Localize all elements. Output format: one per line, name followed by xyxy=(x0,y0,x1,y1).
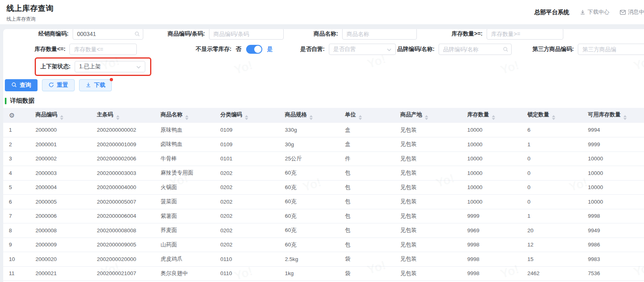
sort-carets-icon[interactable] xyxy=(623,115,627,120)
title-block: 线上库存查询 线上库存查询 xyxy=(6,3,54,23)
cell: 60克 xyxy=(285,209,345,223)
column-header[interactable]: 可用库存数量 xyxy=(588,108,644,123)
cell: 2000005 xyxy=(36,195,97,209)
sort-carets-icon[interactable] xyxy=(425,115,428,120)
cell: 0 xyxy=(527,152,588,166)
cell: 盒 xyxy=(345,123,400,137)
table-row: 620000052002000005007菠菜面020260克包见包装10000… xyxy=(3,195,644,209)
section-accent-bar xyxy=(5,98,6,104)
page-title: 线上库存查询 xyxy=(6,3,54,14)
cell: 2.5kg xyxy=(285,252,345,267)
cell: 2000002 xyxy=(36,152,97,166)
column-label: 单位 xyxy=(345,112,356,118)
column-header[interactable]: 单位 xyxy=(345,108,400,123)
sort-carets-icon[interactable] xyxy=(245,115,248,120)
product-name-input[interactable] xyxy=(342,29,417,40)
cell: 2000000 xyxy=(36,123,97,137)
cell: 0 xyxy=(527,166,588,181)
gear-icon[interactable]: ⚙ xyxy=(9,112,15,119)
column-label: 分类编码 xyxy=(220,112,242,118)
column-header[interactable]: 商品名称 xyxy=(161,108,220,123)
cell: 2002000004000 xyxy=(97,180,161,195)
sort-carets-icon[interactable] xyxy=(359,115,362,120)
column-label: 商品编码 xyxy=(36,112,57,118)
table-row: 1120000212002000021007奥尔良翅中01101kg袋见包装99… xyxy=(3,266,644,281)
chevron-down-icon xyxy=(387,46,391,53)
download-center-link[interactable]: 下载中心 xyxy=(580,8,609,16)
cell: 原味鸭血 xyxy=(161,123,220,137)
search-icon[interactable] xyxy=(134,31,140,38)
stock-gte-input[interactable] xyxy=(487,29,563,40)
column-header[interactable]: 主条码 xyxy=(97,108,161,123)
third-party-code-input[interactable] xyxy=(578,44,644,55)
cell: 包 xyxy=(345,166,400,181)
toggle-on-label: 是 xyxy=(267,46,273,53)
reset-button[interactable]: 重置 xyxy=(42,79,75,91)
cell: 9994 xyxy=(588,123,644,137)
notification-dot-badge xyxy=(110,78,113,81)
cell: 牛骨棒 xyxy=(161,152,220,166)
stock-lte-input[interactable] xyxy=(69,44,136,55)
cell: 见包装 xyxy=(400,137,467,152)
column-label: 商品产地 xyxy=(400,112,422,118)
cell: 2000001 xyxy=(36,137,97,152)
column-settings-header: ⚙ xyxy=(3,108,36,123)
cell: 0202 xyxy=(220,238,285,252)
row-index-cell: 7 xyxy=(3,209,36,223)
column-header[interactable]: 商品产地 xyxy=(400,108,467,123)
search-icon[interactable] xyxy=(503,46,508,54)
sort-carets-icon[interactable] xyxy=(60,115,63,120)
search-button[interactable]: 查询 xyxy=(5,79,38,91)
cell: 盒 xyxy=(345,137,400,152)
cell: 2000020 xyxy=(36,252,97,267)
breadcrumb: 线上库存查询 xyxy=(6,16,54,23)
shelf-status-value: 1.已上架 xyxy=(79,63,101,70)
table-row: 1020000202002000020000虎皮鸡爪01102.5kg袋见包装9… xyxy=(3,252,644,267)
dealer-code-field-wrap xyxy=(73,29,143,40)
table-row: 720000062002000006004紫薯面020260克包见包装99991… xyxy=(3,209,644,223)
sort-carets-icon[interactable] xyxy=(185,115,188,120)
column-header[interactable]: 分类编码 xyxy=(220,108,285,123)
cell: 见包装 xyxy=(400,166,467,181)
column-header[interactable]: 锁定数量 xyxy=(527,108,588,123)
cell: 9998 xyxy=(467,238,527,252)
cell: 9998 xyxy=(467,252,527,267)
cell: 10000 xyxy=(588,166,644,181)
self-operated-select[interactable]: 是否自营 xyxy=(329,44,396,55)
column-label: 商品规格 xyxy=(285,112,307,118)
cell: 见包装 xyxy=(400,123,467,137)
column-header[interactable]: 商品规格 xyxy=(285,108,345,123)
product-code-barcode-input[interactable] xyxy=(209,29,284,40)
column-header[interactable]: 商品编码 xyxy=(36,108,97,123)
brand-input[interactable] xyxy=(439,44,512,55)
cell: 2000003 xyxy=(36,166,97,181)
annotation-highlight-box: 上下架状态: 1.已上架 xyxy=(35,57,151,76)
cell: 9986 xyxy=(588,238,644,252)
hide-zero-stock-toggle[interactable] xyxy=(246,45,262,54)
download-center-label: 下载中心 xyxy=(588,8,609,16)
product-name-field-wrap xyxy=(342,29,417,40)
cell: 9999 xyxy=(588,137,644,152)
download-button[interactable]: 下载 xyxy=(79,79,112,91)
shelf-status-select[interactable]: 1.已上架 xyxy=(75,61,145,72)
cell: 0202 xyxy=(220,223,285,238)
cell: 0202 xyxy=(220,209,285,223)
dealer-code-input[interactable] xyxy=(73,29,143,40)
column-header[interactable]: 库存数量 xyxy=(467,108,527,123)
sort-carets-icon[interactable] xyxy=(492,115,495,120)
cell: 卤味鸭血 xyxy=(161,137,220,152)
cell: 10000 xyxy=(467,166,527,181)
sort-carets-icon[interactable] xyxy=(552,115,555,120)
stock-gte-label: 库存数量>=: xyxy=(434,30,487,38)
message-center-link[interactable]: 消息中心 xyxy=(620,8,644,16)
sort-carets-icon[interactable] xyxy=(309,115,313,120)
cell: 麻辣烫专用面 xyxy=(161,166,220,181)
filter-form: 经销商编码: 商品编码/条码: 商品名称: 库存数量>=: xyxy=(3,29,644,76)
row-index-cell: 6 xyxy=(3,195,36,209)
cell: 2000009 xyxy=(36,238,97,252)
sort-carets-icon[interactable] xyxy=(116,115,119,120)
cell: 2002000002006 xyxy=(97,152,161,166)
cell: 火锅面 xyxy=(161,180,220,195)
row-index-cell: 9 xyxy=(3,238,36,252)
column-label: 可用库存数量 xyxy=(588,112,621,118)
